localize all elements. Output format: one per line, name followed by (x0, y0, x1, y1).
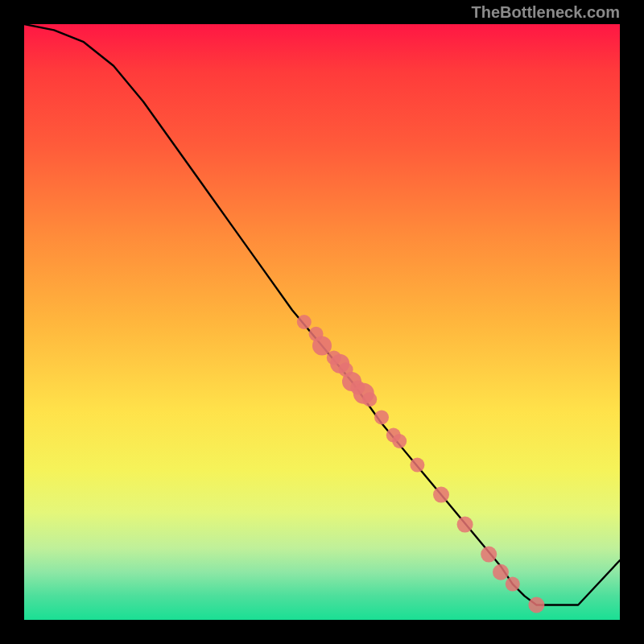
attribution-text: TheBottleneck.com (472, 3, 620, 22)
bottleneck-curve (24, 24, 620, 605)
sample-dots (297, 315, 545, 613)
sample-dot (433, 487, 449, 503)
sample-dot (312, 336, 332, 356)
sample-dot (481, 547, 497, 563)
sample-dot (362, 392, 377, 407)
sample-dot (410, 458, 424, 473)
plot-area (24, 24, 620, 620)
chart-frame: TheBottleneck.com (0, 0, 644, 644)
sample-dot (374, 410, 389, 424)
sample-dot (528, 597, 544, 613)
sample-dot (392, 434, 407, 448)
sample-dot (297, 315, 312, 329)
sample-dot (457, 517, 473, 533)
curve-overlay (24, 24, 620, 620)
sample-dot (506, 577, 520, 592)
sample-dot (493, 564, 509, 580)
